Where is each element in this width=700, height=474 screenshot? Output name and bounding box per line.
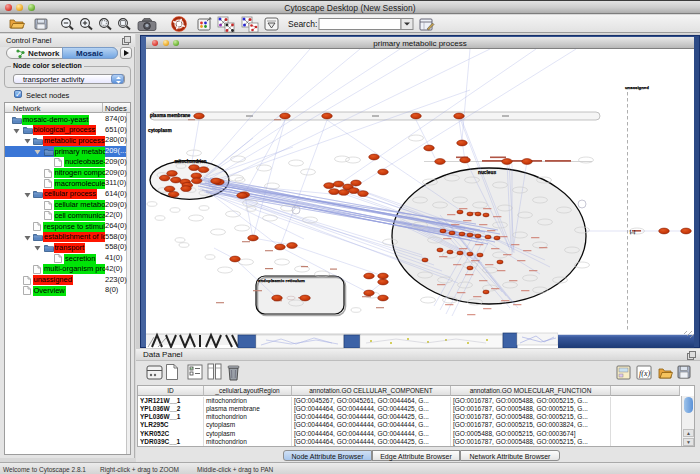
svg-text:plasma membrane: plasma membrane bbox=[150, 113, 191, 118]
svg-text:nucleus: nucleus bbox=[478, 170, 496, 175]
svg-text:unassigned: unassigned bbox=[625, 85, 649, 90]
svg-text:Search:: Search: bbox=[288, 19, 317, 29]
svg-text:f(x): f(x) bbox=[639, 369, 650, 378]
svg-text:endoplasmic reticulum: endoplasmic reticulum bbox=[258, 278, 305, 283]
svg-text:cytoplasm: cytoplasm bbox=[148, 128, 172, 133]
svg-text:[...]: [...] bbox=[630, 230, 635, 234]
svg-text:mitochondrion: mitochondrion bbox=[175, 159, 207, 164]
